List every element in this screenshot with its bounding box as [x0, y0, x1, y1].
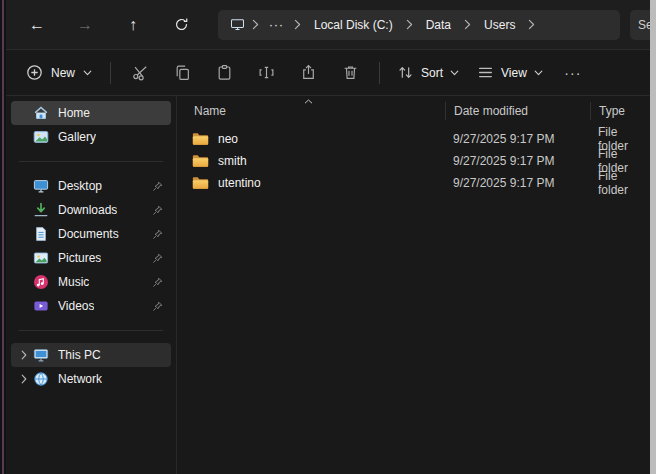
forward-button[interactable]: →	[66, 8, 104, 42]
pictures-icon	[33, 250, 49, 266]
sidebar-item-gallery[interactable]: Gallery	[11, 125, 171, 149]
plus-circle-icon	[26, 64, 43, 81]
ellipsis-icon: ···	[564, 65, 581, 81]
chevron-right-icon	[406, 19, 413, 30]
rename-button[interactable]	[245, 56, 287, 90]
home-icon	[33, 105, 49, 121]
refresh-button[interactable]	[162, 8, 200, 42]
breadcrumb-overflow-button[interactable]: ···	[262, 13, 291, 37]
sidebar-separator	[19, 161, 163, 162]
sidebar-item-home[interactable]: Home	[11, 101, 171, 125]
file-date-modified: 9/27/2025 9:17 PM	[445, 176, 590, 190]
file-row[interactable]: neo 9/27/2025 9:17 PM File folder	[177, 128, 650, 150]
toolbar-separator	[379, 62, 380, 84]
breadcrumb-segment-local-disk[interactable]: Local Disk (C:)	[304, 13, 403, 37]
file-name: neo	[218, 132, 238, 146]
view-button[interactable]: View	[468, 56, 552, 90]
sidebar-separator	[19, 330, 163, 331]
sidebar-item-desktop[interactable]: Desktop	[11, 174, 171, 198]
column-headers: Name Date modified Type	[177, 98, 650, 124]
sidebar-item-videos[interactable]: Videos	[11, 294, 171, 318]
breadcrumb-segment-users[interactable]: Users	[474, 13, 525, 37]
sidebar-item-label: Videos	[58, 299, 94, 313]
command-toolbar: New So	[6, 50, 650, 96]
sidebar-item-label: Music	[58, 275, 89, 289]
sort-button[interactable]: Sort	[388, 56, 468, 90]
more-options-button[interactable]: ···	[552, 56, 594, 90]
copy-button[interactable]	[161, 56, 203, 90]
up-button[interactable]: ↑	[114, 8, 152, 42]
file-name: smith	[218, 154, 247, 168]
paste-icon	[216, 64, 233, 81]
breadcrumb-segment-data[interactable]: Data	[416, 13, 461, 37]
downloads-icon	[33, 202, 49, 218]
search-input[interactable]: Se	[630, 10, 650, 40]
chevron-right-icon	[464, 19, 471, 30]
file-list: Name Date modified Type neo 9/27/2025 9:…	[176, 96, 650, 474]
screen-left-edge	[0, 0, 6, 474]
sidebar-item-documents[interactable]: Documents	[11, 222, 171, 246]
this-pc-icon	[230, 17, 245, 32]
sidebar-item-label: This PC	[58, 348, 101, 362]
new-button-label: New	[51, 66, 75, 80]
documents-icon	[33, 226, 49, 242]
delete-button[interactable]	[329, 56, 371, 90]
chevron-down-icon	[534, 70, 543, 76]
toolbar-separator	[110, 62, 111, 84]
pin-icon	[152, 253, 163, 264]
pin-icon	[152, 205, 163, 216]
folder-icon	[192, 176, 209, 190]
pin-icon	[152, 301, 163, 312]
forward-arrow-icon: →	[77, 16, 93, 34]
file-row[interactable]: smith 9/27/2025 9:17 PM File folder	[177, 150, 650, 172]
column-header-type[interactable]: Type	[590, 102, 650, 120]
new-button[interactable]: New	[16, 56, 102, 90]
view-button-label: View	[501, 66, 527, 80]
chevron-right-icon[interactable]	[16, 350, 31, 360]
sidebar-item-label: Downloads	[58, 203, 117, 217]
chevron-right-icon	[528, 19, 535, 30]
sidebar-item-label: Home	[58, 106, 90, 120]
file-type: File folder	[590, 169, 650, 197]
sidebar-item-label: Desktop	[58, 179, 102, 193]
videos-icon	[33, 298, 49, 314]
sort-ascending-icon	[304, 99, 313, 104]
address-bar[interactable]: ··· Local Disk (C:) Data Users	[218, 10, 620, 40]
copy-icon	[174, 64, 191, 81]
sidebar-item-this-pc[interactable]: This PC	[11, 343, 171, 367]
sidebar-item-pictures[interactable]: Pictures	[11, 246, 171, 270]
pin-icon	[152, 229, 163, 240]
sidebar: Home Gallery Desktop Downloa	[6, 96, 176, 474]
share-button[interactable]	[287, 56, 329, 90]
up-arrow-icon: ↑	[129, 16, 137, 34]
paste-button[interactable]	[203, 56, 245, 90]
sidebar-item-network[interactable]: Network	[11, 367, 171, 391]
back-button[interactable]: ←	[18, 8, 56, 42]
cut-icon	[132, 64, 149, 81]
sidebar-item-downloads[interactable]: Downloads	[11, 198, 171, 222]
chevron-right-icon[interactable]	[16, 374, 31, 384]
back-arrow-icon: ←	[29, 16, 45, 34]
sidebar-item-label: Pictures	[58, 251, 101, 265]
sort-icon	[397, 64, 414, 81]
chevron-down-icon	[83, 70, 92, 76]
network-icon	[33, 371, 49, 387]
pin-icon	[152, 181, 163, 192]
desktop-icon	[33, 178, 49, 194]
file-row[interactable]: utentino 9/27/2025 9:17 PM File folder	[177, 172, 650, 194]
cut-button[interactable]	[119, 56, 161, 90]
folder-icon	[192, 132, 209, 146]
share-icon	[300, 64, 317, 81]
chevron-right-icon	[294, 19, 301, 30]
pin-icon	[152, 277, 163, 288]
music-icon	[33, 274, 49, 290]
refresh-icon	[174, 17, 189, 32]
column-header-date-modified[interactable]: Date modified	[445, 102, 590, 120]
desktop: ← → ↑ ··· Local Disk (C:) Data Users	[0, 0, 656, 474]
folder-icon	[192, 154, 209, 168]
sidebar-item-label: Gallery	[58, 130, 96, 144]
trash-icon	[342, 64, 359, 81]
sidebar-item-music[interactable]: Music	[11, 270, 171, 294]
this-pc-icon	[33, 347, 49, 363]
search-text: Se	[638, 18, 650, 32]
